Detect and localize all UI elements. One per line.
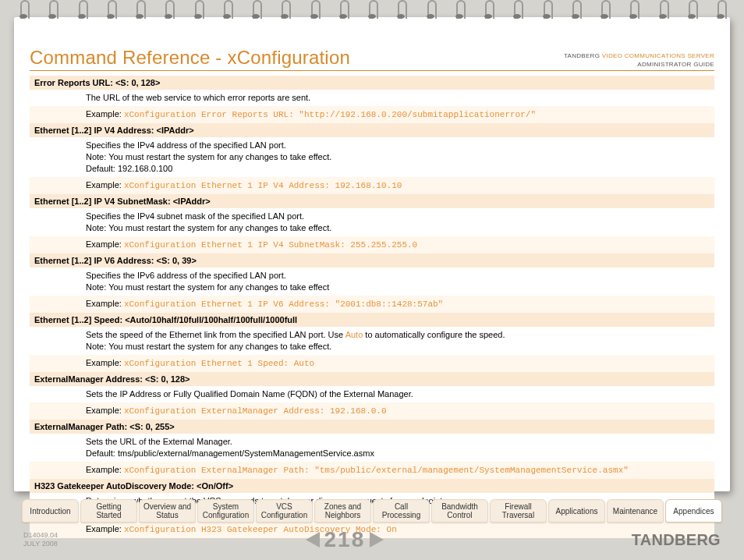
prev-page-icon[interactable]: [306, 532, 320, 548]
page-number: 218: [324, 527, 366, 552]
next-page-icon[interactable]: [370, 532, 384, 548]
brand-block: TANDBERG VIDEO COMMUNICATIONS SERVER ADM…: [564, 51, 714, 69]
spiral-ring: [598, 0, 611, 22]
tab-zones-and-neighbors[interactable]: Zones andNeighbors: [314, 499, 371, 523]
command-name: Ethernet [1..2] Speed: <Auto/10half/10fu…: [30, 313, 714, 327]
spiral-ring: [686, 0, 698, 22]
command-example: Example: xConfiguration Ethernet 1 IP V6…: [30, 296, 714, 313]
spiral-ring: [657, 0, 669, 22]
spiral-ring: [569, 0, 582, 22]
tab-bandwidth-control[interactable]: BandwidthControl: [431, 499, 488, 523]
spiral-ring: [278, 0, 291, 22]
spiral-ring: [250, 0, 262, 22]
command-description: Specifies the IPv6 address of the specif…: [30, 268, 714, 296]
command-name: Ethernet [1..2] IP V4 SubnetMask: <IPAdd…: [30, 194, 714, 208]
tab-introduction[interactable]: Introduction: [22, 499, 79, 523]
command-description: Specifies the IPv4 subnet mask of the sp…: [30, 208, 714, 236]
spiral-ring: [627, 0, 639, 22]
command-example: Example: xConfiguration ExternalManager …: [30, 402, 714, 420]
tab-overview-and-status[interactable]: Overview andStatus: [139, 499, 196, 523]
spiral-ring: [511, 0, 523, 22]
document-id: D14049.04JULY 2008: [23, 531, 58, 548]
command-name: H323 Gatekeeper AutoDiscovery Mode: <On/…: [30, 479, 714, 493]
command-example: Example: xConfiguration Ethernet 1 IP V4…: [30, 236, 714, 253]
command-name: Ethernet [1..2] IP V4 Address: <IPAddr>: [30, 123, 714, 137]
spiral-ring: [424, 0, 437, 22]
tab-appendices[interactable]: Appendices: [665, 499, 722, 523]
spiral-ring: [395, 0, 407, 22]
command-example: Example: xConfiguration ExternalManager …: [30, 462, 714, 479]
page-title: Command Reference - xConfiguration: [30, 47, 350, 69]
command-example: Example: xConfiguration Error Reports UR…: [30, 106, 714, 123]
page-navigator: 218: [306, 527, 384, 552]
command-description: Specifies the IPv4 address of the specif…: [30, 137, 714, 177]
tab-applications[interactable]: Applications: [548, 499, 605, 523]
command-table: Error Reports URL: <S: 0, 128>The URL of…: [30, 76, 714, 538]
spiral-ring: [366, 0, 378, 22]
spiral-ring: [714, 0, 727, 22]
spiral-ring: [162, 0, 175, 22]
document-page: Command Reference - xConfiguration TANDB…: [14, 17, 730, 491]
spiral-ring: [337, 0, 349, 22]
spiral-ring: [221, 0, 233, 22]
command-name: ExternalManager Address: <S: 0, 128>: [30, 372, 714, 386]
spiral-ring: [453, 0, 466, 22]
spiral-ring: [192, 0, 204, 22]
spiral-ring: [17, 0, 30, 22]
tab-system-configuration[interactable]: SystemConfiguration: [197, 499, 254, 523]
tab-getting-started[interactable]: GettingStarted: [80, 499, 137, 523]
tab-bar: IntroductionGettingStartedOverview andSt…: [22, 499, 722, 523]
command-name: Ethernet [1..2] IP V6 Address: <S: 0, 39…: [30, 253, 714, 268]
tab-firewall-traversal[interactable]: FirewallTraversal: [490, 499, 547, 523]
command-name: ExternalManager Path: <S: 0, 255>: [30, 420, 714, 434]
tab-maintenance[interactable]: Maintenance: [607, 499, 664, 523]
spiral-ring: [105, 0, 117, 22]
spiral-ring: [308, 0, 321, 22]
command-example: Example: xConfiguration Ethernet 1 IP V4…: [30, 177, 714, 194]
spiral-ring: [482, 0, 494, 22]
command-description: Sets the URL of the External Manager.Def…: [30, 434, 714, 462]
spiral-ring: [133, 0, 146, 22]
command-example: Example: xConfiguration Ethernet 1 Speed…: [30, 355, 714, 372]
command-description: Sets the speed of the Ethernet link from…: [30, 327, 714, 355]
spiral-ring: [540, 0, 553, 22]
brand-logo: TANDBERG: [632, 531, 721, 549]
tab-call-processing[interactable]: CallProcessing: [373, 499, 430, 523]
spiral-ring: [46, 0, 58, 22]
spiral-ring: [76, 0, 88, 22]
command-name: Error Reports URL: <S: 0, 128>: [30, 76, 714, 90]
command-description: The URL of the web service to which erro…: [30, 90, 714, 106]
tab-vcs-configuration[interactable]: VCSConfiguration: [256, 499, 313, 523]
command-description: Sets the IP Address or Fully Qualified D…: [30, 386, 714, 402]
